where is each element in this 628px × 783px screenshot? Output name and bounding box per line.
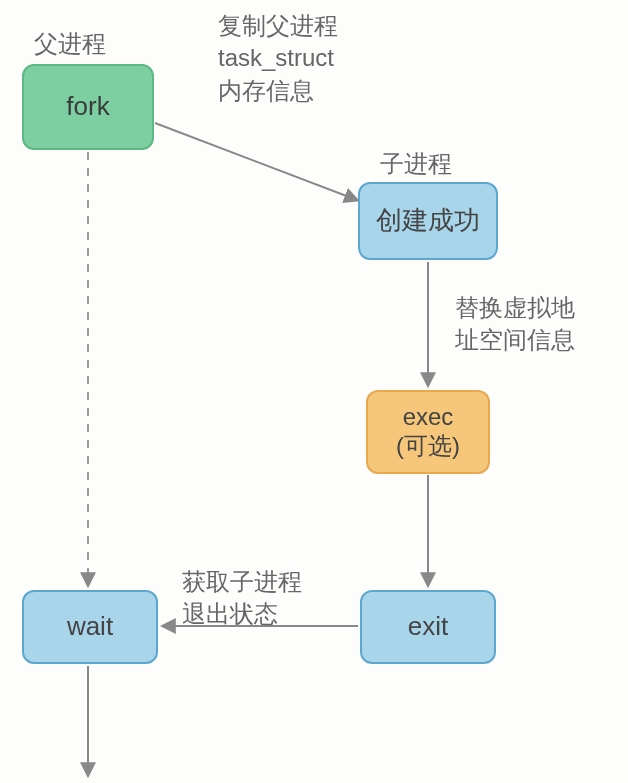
node-fork-label: fork: [66, 91, 109, 122]
node-create-success: 创建成功: [358, 182, 498, 260]
label-replace-vmspace: 替换虚拟地 址空间信息: [455, 292, 575, 357]
label-parent-process: 父进程: [34, 28, 106, 60]
node-wait-label: wait: [67, 611, 113, 642]
diagram-stage: { "labels": { "parent_process": "父进程", "…: [0, 0, 628, 783]
node-create-success-label: 创建成功: [376, 205, 480, 236]
node-exit-label: exit: [408, 611, 448, 642]
label-get-child-exit: 获取子进程 退出状态: [182, 566, 302, 631]
node-exec-optional-label: exec (可选): [396, 403, 460, 461]
label-copy-parent-info: 复制父进程 task_struct 内存信息: [218, 10, 338, 107]
node-fork: fork: [22, 64, 154, 150]
edge-fork-to-create: [155, 123, 357, 200]
node-exit: exit: [360, 590, 496, 664]
label-child-process: 子进程: [380, 148, 452, 180]
node-wait: wait: [22, 590, 158, 664]
node-exec-optional: exec (可选): [366, 390, 490, 474]
